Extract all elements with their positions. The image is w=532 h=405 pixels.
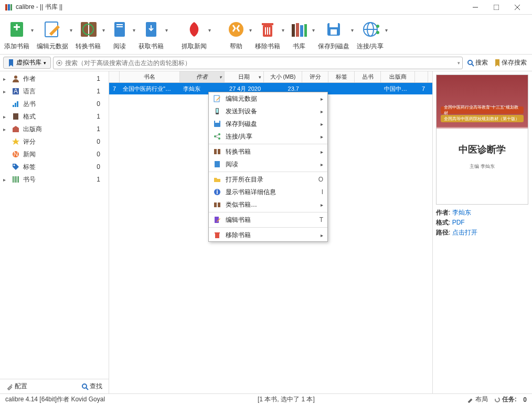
connect-share-icon	[359, 18, 382, 41]
convert-books-icon	[77, 18, 100, 41]
menu-label: 发送到设备	[226, 107, 316, 116]
sidebar-item-rating[interactable]: 评分 0	[0, 135, 109, 148]
save-search-label: 保存搜索	[502, 58, 527, 67]
svg-text:A: A	[14, 88, 18, 95]
save-search-button[interactable]: 保存搜索	[492, 57, 529, 68]
sidebar-item-format[interactable]: ▸ 格式 1	[0, 110, 109, 123]
svg-rect-20	[265, 27, 266, 35]
menu-edit-book[interactable]: 编辑书籍 T	[209, 214, 327, 226]
svg-rect-9	[16, 24, 18, 30]
layout-button[interactable]: 布局	[467, 395, 488, 404]
virtual-library-button[interactable]: 虚拟书库 ▾	[3, 57, 51, 69]
svg-text:i: i	[216, 188, 218, 196]
menu-similar[interactable]: 类似书籍… ▸	[209, 198, 327, 211]
sidebar-item-count: 1	[97, 113, 105, 120]
config-button[interactable]: 配置	[4, 381, 29, 392]
menu-separator	[209, 144, 327, 144]
menu-save-disk[interactable]: 保存到磁盘 ▸	[209, 118, 327, 130]
minimize-button[interactable]	[465, 1, 486, 14]
sidebar-item-author[interactable]: ▸ 作者 1	[0, 72, 109, 85]
toolbar-connect-share[interactable]: 连接/共享 ▾	[357, 18, 384, 51]
bookmark-icon	[8, 59, 14, 67]
toolbar-fetch-news[interactable]: 抓取新闻 ▾	[182, 18, 207, 51]
format-link[interactable]: PDF	[452, 219, 465, 226]
sidebar-footer: 配置 查找	[0, 379, 109, 393]
svg-rect-28	[329, 23, 338, 27]
menu-show-details[interactable]: i 显示书籍详细信息 I	[209, 186, 327, 198]
col-header[interactable]	[415, 71, 428, 82]
toolbar-save-disk[interactable]: 保存到磁盘 ▾	[318, 18, 349, 51]
sidebar-item-count: 0	[97, 100, 105, 108]
toolbar-label: 帮助	[230, 42, 242, 51]
show-details-icon: i	[213, 188, 221, 196]
menu-shortcut: T	[316, 216, 323, 223]
col-header[interactable]: 大小 (MB)	[264, 71, 302, 82]
app-icon	[4, 3, 13, 12]
toolbar-label: 编辑元数据	[37, 42, 68, 51]
send-device-icon	[213, 107, 221, 115]
sidebar-item-series[interactable]: 丛书 0	[0, 98, 109, 110]
table-header: 书名作者日期大小 (MB)评分标签丛书出版商	[109, 71, 432, 83]
svg-rect-50	[13, 176, 14, 183]
col-header[interactable]: 评分	[302, 71, 328, 82]
sidebar-item-count: 0	[97, 163, 105, 170]
path-label: 路径	[436, 229, 449, 236]
sidebar-item-language[interactable]: ▸ A 语言 1	[0, 85, 109, 98]
sidebar-item-news[interactable]: N 新闻 0	[0, 148, 109, 161]
toolbar-edit-metadata[interactable]: 编辑元数据 ▾	[37, 18, 68, 51]
menu-remove[interactable]: 移除书籍 ▸	[209, 229, 327, 241]
menu-read[interactable]: 阅读 ▸	[209, 158, 327, 170]
tasks-indicator[interactable]: 任务: 0	[494, 395, 527, 404]
col-header[interactable]: 丛书	[355, 71, 381, 82]
sidebar-item-label: 格式	[23, 112, 93, 121]
svg-rect-15	[116, 26, 123, 27]
menu-connect-share[interactable]: 连接/共享 ▸	[209, 130, 327, 143]
search-input[interactable]	[65, 59, 457, 67]
path-link[interactable]: 点击打开	[452, 229, 477, 236]
col-header[interactable]: 标签	[328, 71, 355, 82]
menu-convert[interactable]: 转换书籍 ▸	[209, 145, 327, 158]
find-label: 查找	[90, 382, 102, 391]
col-header[interactable]: 日期	[225, 71, 264, 82]
toolbar-library[interactable]: 书库 ▾	[288, 18, 311, 51]
toolbar-convert-books[interactable]: 转换书籍 ▾	[76, 18, 101, 51]
svg-point-57	[495, 398, 499, 402]
search-button[interactable]: 搜索	[465, 57, 490, 68]
chevron-down-icon[interactable]: ▾	[457, 60, 460, 66]
sidebar-item-publisher[interactable]: ▸ 出版商 1	[0, 123, 109, 135]
cover-title: 中医诊断学	[437, 143, 528, 156]
toolbar-add-books[interactable]: 添加书籍 ▾	[4, 18, 29, 51]
maximize-button[interactable]	[486, 1, 507, 14]
sidebar-item-label: 新闻	[23, 150, 93, 159]
expand-icon: ▸	[3, 76, 8, 82]
author-label: 作者	[436, 209, 449, 216]
toolbar-help[interactable]: 帮助 ▾	[225, 18, 248, 51]
close-button[interactable]	[507, 1, 528, 14]
toolbar-label: 保存到磁盘	[318, 42, 349, 51]
toolbar-remove-books[interactable]: 移除书籍 ▾	[255, 18, 280, 51]
cover-band-2: 全国高等中医药院校规划教材（第十版）	[441, 115, 524, 122]
sidebar-item-tags[interactable]: 标签 0	[0, 161, 109, 173]
sidebar-item-ids[interactable]: ▸ 书号 1	[0, 173, 109, 186]
toolbar-label: 转换书籍	[76, 42, 101, 51]
find-button[interactable]: 查找	[79, 381, 104, 392]
toolbar-label: 书库	[293, 42, 305, 51]
toolbar-view[interactable]: 阅读 ▾	[108, 18, 131, 51]
col-header[interactable]: 出版商	[381, 71, 415, 82]
chevron-down-icon: ▾	[208, 27, 211, 33]
col-header[interactable]: 书名	[120, 71, 180, 82]
similar-icon	[213, 200, 221, 209]
toolbar-fetch-books[interactable]: 获取书籍 ▾	[139, 18, 164, 51]
author-link[interactable]: 李灿东	[452, 209, 471, 216]
library-icon	[288, 18, 311, 41]
menu-label: 移除书籍	[226, 231, 316, 240]
menu-open-folder[interactable]: 打开所在目录 O	[209, 173, 327, 186]
gear-icon[interactable]	[56, 59, 63, 67]
submenu-arrow-icon: ▸	[321, 109, 323, 114]
book-cover[interactable]: 全国中医药行业高等教育"十三五"规划教材 全国高等中医药院校规划教材（第十版） …	[436, 74, 528, 205]
sidebar-item-count: 0	[97, 151, 105, 158]
col-num[interactable]	[109, 71, 120, 82]
col-header[interactable]: 作者	[180, 71, 225, 82]
menu-edit-meta[interactable]: 编辑元数据 ▸	[209, 92, 327, 105]
menu-send-device[interactable]: 发送到设备 ▸	[209, 105, 327, 118]
